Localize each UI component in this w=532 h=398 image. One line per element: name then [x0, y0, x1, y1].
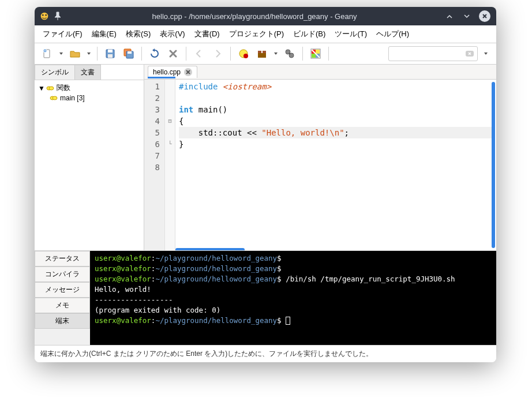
search-input[interactable] — [388, 46, 478, 61]
tree-item-label: main [3] — [60, 94, 85, 102]
tree-root-functions[interactable]: ▼ 関数 — [37, 82, 141, 93]
editor-area: hello.cpp 12345678 ⊟└ #include <iostream… — [144, 65, 496, 250]
svg-point-1 — [42, 14, 44, 16]
open-file-button[interactable] — [67, 46, 83, 62]
svg-rect-13 — [258, 53, 266, 58]
close-file-button[interactable] — [165, 46, 181, 62]
chevron-down-icon: ▼ — [38, 84, 44, 92]
new-file-button[interactable] — [39, 46, 55, 62]
menu-8[interactable]: ヘルプ(H) — [373, 28, 413, 40]
status-text: 端末に何か入力(Ctrl+C または クリアのために Enter を入力)したた… — [40, 350, 373, 358]
save-button[interactable] — [102, 46, 118, 62]
minimize-button[interactable] — [444, 11, 455, 21]
code-editor[interactable]: 12345678 ⊟└ #include <iostream>int main(… — [144, 80, 496, 250]
compile-button[interactable] — [235, 46, 252, 62]
svg-rect-14 — [258, 51, 261, 53]
save-all-button[interactable] — [121, 46, 137, 62]
svg-rect-6 — [108, 50, 113, 52]
line-gutter: 12345678 — [144, 80, 165, 250]
svg-rect-20 — [316, 50, 320, 54]
svg-point-2 — [45, 14, 47, 16]
menu-6[interactable]: ビルド(B) — [290, 28, 329, 40]
fold-gutter[interactable]: ⊟└ — [165, 80, 175, 250]
menu-3[interactable]: 表示(V) — [156, 28, 188, 40]
toolbar — [35, 43, 496, 65]
function-group-icon — [46, 84, 54, 92]
tree-item-main[interactable]: main [3] — [37, 93, 141, 103]
close-button[interactable] — [479, 10, 490, 22]
maximize-button[interactable] — [462, 11, 472, 21]
tab-accent — [148, 77, 175, 78]
terminal[interactable]: userx@valefor:~/playground/helloword_gea… — [90, 251, 496, 345]
sidebar-tab-0[interactable]: シンボル — [35, 65, 75, 80]
sidebar-tab-1[interactable]: 文書 — [74, 65, 101, 80]
nav-back-button[interactable] — [191, 46, 207, 62]
clear-icon[interactable] — [465, 49, 474, 58]
run-button[interactable] — [282, 46, 298, 62]
editor-tab-hello[interactable]: hello.cpp — [148, 66, 197, 78]
tree-root-label: 関数 — [57, 83, 70, 93]
close-tab-icon[interactable] — [184, 68, 192, 76]
code-content[interactable]: #include <iostream>int main(){ std::cout… — [175, 80, 496, 250]
bottom-tab-3[interactable]: メモ — [35, 298, 90, 313]
bottom-tab-4[interactable]: 端末 — [35, 313, 90, 329]
window-title: hello.cpp - /home/userx/playground/hello… — [65, 12, 444, 21]
color-picker-button[interactable] — [308, 46, 324, 62]
app-icon — [39, 11, 50, 21]
function-icon — [50, 94, 58, 102]
statusbar: 端末に何か入力(Ctrl+C または クリアのために Enter を入力)したた… — [35, 345, 496, 362]
symbol-tree: ▼ 関数 main [3] — [35, 80, 144, 105]
menu-1[interactable]: 編集(E) — [88, 28, 120, 40]
editor-vscrollbar[interactable] — [492, 82, 495, 248]
editor-tab-label: hello.cpp — [153, 68, 181, 76]
new-file-dropdown[interactable] — [58, 51, 65, 56]
bottom-panel: ステータスコンパイラメッセージメモ端末 userx@valefor:~/play… — [35, 250, 496, 345]
nav-forward-button[interactable] — [209, 46, 226, 62]
svg-point-25 — [49, 87, 54, 90]
editor-hscrollbar[interactable] — [175, 248, 245, 250]
menubar: ファイル(F)編集(E)検索(S)表示(V)文書(D)プロジェクト(P)ビルド(… — [35, 25, 496, 43]
titlebar[interactable]: hello.cpp - /home/userx/playground/hello… — [35, 7, 496, 25]
menu-4[interactable]: 文書(D) — [191, 28, 223, 40]
menu-0[interactable]: ファイル(F) — [39, 28, 86, 40]
menu-5[interactable]: プロジェクト(P) — [226, 28, 287, 40]
menu-2[interactable]: 検索(S) — [122, 28, 154, 40]
app-window: hello.cpp - /home/userx/playground/hello… — [35, 7, 496, 362]
sidebar: シンボル文書 ▼ 関数 main [3] — [35, 65, 144, 250]
reload-button[interactable] — [147, 46, 163, 62]
svg-point-27 — [53, 96, 57, 100]
bottom-tab-2[interactable]: メッセージ — [35, 282, 90, 298]
svg-rect-21 — [312, 54, 316, 58]
bottom-tab-1[interactable]: コンパイラ — [35, 266, 90, 282]
menu-7[interactable]: ツール(T) — [331, 28, 370, 40]
bottom-tab-0[interactable]: ステータス — [35, 251, 90, 266]
svg-rect-10 — [128, 51, 132, 54]
svg-point-12 — [243, 54, 248, 58]
build-dropdown[interactable] — [272, 51, 279, 56]
search-dropdown[interactable] — [480, 51, 492, 56]
open-file-dropdown[interactable] — [85, 51, 92, 56]
pin-icon[interactable] — [53, 12, 62, 21]
svg-rect-7 — [108, 54, 113, 58]
svg-rect-15 — [263, 51, 266, 53]
build-button[interactable] — [254, 46, 270, 62]
